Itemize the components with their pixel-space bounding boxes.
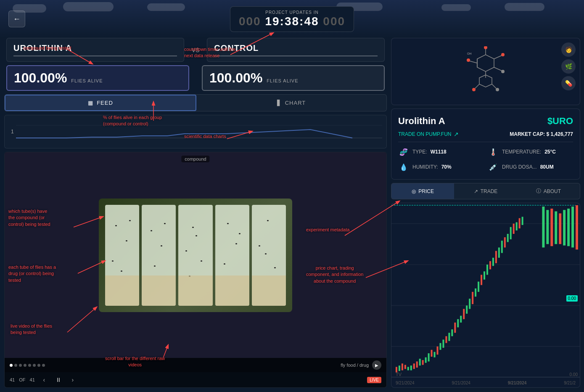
meta-type: 🧬 TYPE: W1118	[398, 146, 484, 157]
dot-2[interactable]	[14, 364, 17, 367]
profile-icon[interactable]: 🧑	[561, 42, 576, 57]
svg-rect-60	[504, 237, 506, 247]
timer-value: 000 19:38:48 000	[239, 15, 345, 28]
tabs-row: ▦ FEED ▋ CHART	[4, 94, 387, 111]
timer-time: 19:38:48	[265, 15, 319, 28]
compound-percent-value: 100.00%	[14, 70, 67, 86]
tab-chart[interactable]: ▋ CHART	[196, 95, 386, 111]
tab-price[interactable]: ◎ PRICE	[391, 183, 454, 199]
svg-rect-51	[478, 282, 479, 292]
svg-rect-65	[519, 218, 521, 228]
frame-total: 41	[30, 377, 35, 382]
date-3: 9/21/2024	[508, 381, 527, 385]
date-2: 9/21/2024	[452, 381, 470, 385]
tab-about[interactable]: ⓘ ABOUT	[517, 183, 580, 199]
svg-rect-42	[451, 329, 453, 336]
next-button[interactable]: ›	[68, 375, 78, 385]
feed-label: FEED	[97, 100, 113, 106]
chart-dates: 9/21/2024 9/21/2024 9/21/2024 9/21/2	[396, 381, 576, 385]
svg-rect-62	[510, 227, 512, 239]
type-label: TYPE:	[412, 149, 427, 155]
svg-rect-47	[466, 305, 468, 313]
svg-rect-39	[442, 339, 444, 347]
timer-prefix: 000	[239, 15, 261, 28]
drug-value: 80UM	[540, 164, 554, 170]
tab-feed[interactable]: ▦ FEED	[5, 95, 196, 111]
dot-4[interactable]	[24, 364, 26, 367]
svg-rect-37	[437, 347, 439, 355]
meta-temperature: 🌡️ TEMPERATURE: 25°C	[488, 146, 573, 157]
dot-8[interactable]	[42, 364, 45, 367]
type-value: W1118	[431, 149, 447, 155]
svg-rect-71	[559, 213, 561, 244]
svg-rect-35	[431, 350, 433, 357]
token-symbol: $URO	[547, 116, 573, 127]
trade-tab-icon: ↗	[474, 188, 478, 194]
svg-rect-73	[567, 209, 570, 246]
svg-rect-43	[454, 323, 456, 333]
compound-box: UROLITHIN A	[6, 38, 184, 62]
svg-rect-68	[546, 210, 549, 244]
timer-suffix: 000	[323, 15, 345, 28]
market-cap: MARKET CAP: $ 1,426,777	[510, 131, 573, 137]
svg-rect-59	[501, 241, 503, 253]
svg-rect-57	[495, 251, 497, 263]
svg-point-5	[484, 46, 487, 49]
frame-separator: OF	[19, 377, 25, 382]
svg-rect-25	[402, 363, 403, 370]
svg-rect-27	[407, 367, 409, 370]
control-percent-box: 100.00% FLIES ALIVE	[202, 65, 385, 91]
svg-rect-44	[457, 319, 459, 327]
tradingview-brand: TV	[396, 372, 402, 377]
market-cap-label: MARKET CAP:	[510, 131, 545, 137]
play-button[interactable]: ▶	[372, 360, 381, 370]
dot-6[interactable]	[33, 364, 36, 367]
video-main	[5, 152, 386, 358]
pause-button[interactable]: ⏸	[53, 375, 63, 385]
svg-rect-24	[399, 366, 400, 371]
tab-trade[interactable]: ↗ TRADE	[454, 183, 517, 199]
svg-rect-53	[484, 271, 485, 279]
svg-rect-61	[507, 234, 509, 242]
svg-line-14	[492, 84, 496, 88]
dot-7[interactable]	[37, 364, 40, 367]
svg-rect-29	[413, 363, 415, 369]
back-button[interactable]: ←	[8, 11, 25, 27]
prev-button[interactable]: ‹	[39, 375, 49, 385]
dot-1[interactable]	[10, 364, 13, 367]
svg-rect-34	[428, 353, 430, 361]
svg-marker-2	[477, 55, 494, 72]
current-price-label: 0.00	[566, 295, 578, 302]
drug-label: DRUG DOSA...	[502, 164, 537, 170]
temp-label: TEMPERATURE:	[502, 149, 541, 155]
token-icon[interactable]: 🌿	[561, 59, 576, 74]
svg-point-9	[501, 70, 505, 73]
dot-3[interactable]	[19, 364, 22, 367]
chart-svg	[16, 121, 382, 142]
fly-food-label: fly food / drug	[341, 363, 369, 368]
compound-percent-box: 100.00% FLIES ALIVE	[6, 65, 189, 91]
svg-rect-30	[416, 361, 418, 368]
humidity-value: 70%	[441, 164, 452, 170]
svg-rect-36	[434, 352, 436, 358]
trade-tab-label: TRADE	[481, 188, 498, 194]
svg-rect-52	[481, 275, 482, 285]
svg-line-16	[470, 61, 477, 63]
svg-rect-40	[445, 336, 447, 343]
fly-tube-5	[252, 205, 286, 306]
vs-label: VS	[188, 47, 203, 53]
dot-5[interactable]	[28, 364, 31, 367]
market-cap-value: $ 1,426,777	[547, 131, 573, 137]
info-icon[interactable]: 💊	[561, 76, 576, 90]
bottom-controls: 41 OF 41 ‹ ⏸ › LIVE	[5, 372, 386, 387]
control-percent-label: FLIES ALIVE	[267, 78, 298, 83]
svg-rect-49	[472, 292, 473, 304]
svg-point-7	[501, 53, 505, 56]
svg-rect-28	[410, 366, 412, 370]
svg-rect-70	[555, 211, 557, 244]
temp-value: 25°C	[544, 149, 556, 155]
molecule-box: OH 🧑 🌿 💊	[391, 38, 580, 105]
trade-link[interactable]: TRADE ON PUMP.FUN ↗	[398, 131, 459, 138]
token-info: Urolithin A $URO TRADE ON PUMP.FUN ↗ MAR…	[391, 109, 580, 180]
fly-tubes	[99, 199, 292, 312]
